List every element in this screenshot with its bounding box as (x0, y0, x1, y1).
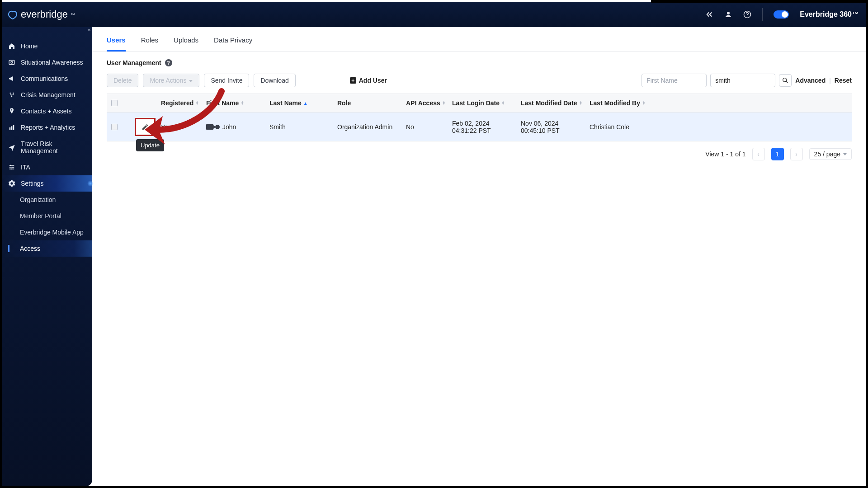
cell-last-name: Smith (265, 113, 333, 141)
add-user-button[interactable]: + Add User (350, 77, 387, 84)
home-icon (8, 42, 15, 50)
plus-icon: + (350, 77, 356, 84)
sidebar-item-reports[interactable]: Reports + Analytics (2, 119, 92, 136)
users-table: Registered▲▼ First Name▲▼ Last Name▲ Rol… (107, 94, 852, 141)
chart-icon (8, 124, 15, 131)
sidebar-item-situational[interactable]: Situational Awareness (2, 54, 92, 70)
app-header: everbridge ™ Everbridge 360™ (0, 2, 866, 27)
sidebar: « Home Situational Awareness Communicati… (2, 2, 92, 486)
help-icon[interactable] (743, 10, 751, 19)
send-invite-button[interactable]: Send Invite (204, 74, 249, 87)
user-icon[interactable] (724, 10, 732, 19)
svg-point-10 (12, 167, 14, 168)
edit-user-button[interactable]: Update (135, 118, 156, 136)
sidebar-sub-mobile-app[interactable]: Everbridge Mobile App (2, 224, 92, 240)
sidebar-item-communications[interactable]: Communications (2, 70, 92, 87)
sidebar-item-label: Reports + Analytics (21, 124, 75, 131)
sidebar-item-crisis[interactable]: Crisis Management (2, 87, 92, 103)
suite-label: Everbridge 360™ (800, 10, 859, 19)
sidebar-item-travel[interactable]: Travel Risk Management (2, 136, 92, 159)
cell-api-access: No (401, 113, 448, 141)
sidebar-item-home[interactable]: Home (2, 38, 92, 54)
trademark: ™ (71, 12, 75, 17)
advanced-link[interactable]: Advanced (795, 77, 826, 84)
cell-last-login: Feb 02, 2024 04:31:22 PST (448, 113, 516, 141)
crisis-icon (8, 91, 15, 99)
megaphone-icon (8, 75, 15, 82)
main-content: Users Roles Uploads Data Privacy User Ma… (92, 27, 866, 486)
sidebar-item-label: Home (21, 42, 38, 50)
tab-uploads[interactable]: Uploads (174, 33, 198, 52)
col-last-modified[interactable]: Last Modified Date▲▼ (516, 94, 585, 112)
download-button[interactable]: Download (254, 74, 295, 87)
last-name-input[interactable] (710, 74, 775, 87)
tabs: Users Roles Uploads Data Privacy (92, 27, 866, 52)
tab-roles[interactable]: Roles (141, 33, 158, 52)
table-header: Registered▲▼ First Name▲▼ Last Name▲ Rol… (107, 94, 852, 113)
page-size-select[interactable]: 25 / page (809, 148, 852, 160)
tab-data-privacy[interactable]: Data Privacy (214, 33, 252, 52)
sidebar-sub-access[interactable]: Access (2, 240, 92, 257)
awareness-icon (8, 59, 15, 66)
col-last-name[interactable]: Last Name▲ (265, 94, 333, 112)
plane-icon (8, 144, 15, 151)
brand-name: everbridge (21, 9, 68, 20)
page-1-button[interactable]: 1 (771, 148, 784, 160)
collapse-icon[interactable] (705, 10, 713, 19)
pagination-summary: View 1 - 1 of 1 (705, 150, 745, 158)
sidebar-item-label: Contacts + Assets (21, 108, 71, 115)
pin-icon (8, 108, 15, 115)
delete-button[interactable]: Delete (107, 74, 138, 87)
svg-rect-8 (13, 125, 14, 130)
cell-registered: Yes (156, 113, 202, 141)
svg-rect-7 (11, 126, 13, 130)
more-actions-button[interactable]: More Actions (143, 74, 199, 87)
toolbar: Delete More Actions Send Invite Download… (92, 72, 866, 94)
header-divider (762, 8, 763, 21)
sso-indicator-icon (206, 124, 220, 130)
cell-modified-by: Christian Cole (585, 113, 647, 141)
first-name-input[interactable] (642, 74, 707, 87)
sliders-icon (8, 164, 15, 171)
sidebar-item-ita[interactable]: ITA (2, 159, 92, 175)
logo-icon (7, 9, 18, 20)
cell-last-modified: Nov 06, 2024 00:45:10 PST (516, 113, 585, 141)
col-last-login[interactable]: Last Login Date▲▼ (448, 94, 516, 112)
sidebar-item-contacts[interactable]: Contacts + Assets (2, 103, 92, 119)
tab-users[interactable]: Users (107, 33, 126, 52)
suite-toggle[interactable] (774, 10, 789, 19)
col-registered[interactable]: Registered▲▼ (156, 94, 202, 112)
svg-point-9 (10, 165, 11, 166)
col-role[interactable]: Role (333, 94, 401, 112)
col-api-access[interactable]: API Access▲▼ (401, 94, 448, 112)
svg-point-2 (11, 61, 13, 63)
pencil-icon (142, 123, 149, 131)
sidebar-item-label: Communications (21, 75, 68, 82)
col-first-name[interactable]: First Name▲▼ (202, 94, 265, 112)
cell-first-name: John (202, 113, 265, 141)
svg-point-4 (13, 93, 14, 94)
prev-page-button[interactable]: ‹ (752, 148, 765, 160)
page-title: User Management (107, 59, 161, 66)
col-modified-by[interactable]: Last Modified By▲▼ (585, 94, 647, 112)
svg-point-12 (783, 78, 787, 82)
next-page-button[interactable]: › (790, 148, 803, 160)
update-tooltip: Update (136, 139, 164, 151)
cell-role: Organization Admin (333, 113, 401, 141)
sidebar-item-label: Situational Awareness (21, 59, 83, 66)
sidebar-item-label: Travel Risk Management (21, 140, 86, 155)
brand-logo: everbridge ™ (7, 9, 75, 20)
sidebar-sub-organization[interactable]: Organization (2, 192, 92, 208)
sidebar-sub-member-portal[interactable]: Member Portal (2, 208, 92, 224)
help-tooltip-icon[interactable]: ? (165, 59, 172, 66)
add-user-label: Add User (359, 77, 387, 84)
toolbar-divider: | (829, 77, 831, 84)
svg-rect-6 (9, 127, 11, 130)
reset-link[interactable]: Reset (835, 77, 852, 84)
search-button[interactable] (779, 74, 792, 87)
svg-point-11 (10, 169, 12, 170)
row-checkbox[interactable] (111, 124, 118, 130)
select-all-checkbox[interactable] (111, 100, 118, 106)
sidebar-item-label: ITA (21, 164, 30, 171)
sidebar-item-settings[interactable]: Settings (2, 175, 92, 192)
